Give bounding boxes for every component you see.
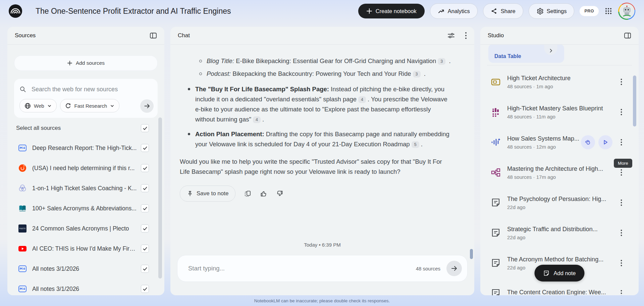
chat-input-bar: 48 sources [177,255,468,282]
studio-panel-header: Studio [480,27,639,45]
studio-item-menu-icon[interactable] [617,79,625,85]
note-icon [490,288,501,295]
citation-chip[interactable]: 4 [358,96,366,103]
google-apps-grid-icon[interactable] [604,7,613,15]
citation-chip[interactable]: 4 [253,116,261,123]
source-row[interactable]: 100+ Sales Acronyms & Abbreviations... [14,198,158,218]
citation-chip[interactable]: 3 [438,58,445,65]
avatar-robot-image [619,3,635,19]
source-row[interactable]: All notes 3/1/2026 [14,259,158,279]
plecto-icon: PLECTO [18,224,27,233]
source-checkbox[interactable] [141,285,149,293]
source-checkbox[interactable] [141,184,149,192]
citation-chip[interactable]: 5 [412,141,419,148]
add-sources-button[interactable]: Add sources [14,55,158,71]
studio-item-menu-icon[interactable] [617,230,625,236]
header-actions: Create notebook Analytics Share Settings [358,3,635,20]
interactive-mode-button[interactable] [581,135,595,149]
select-all-sources-row: Select all sources [14,123,158,133]
notebook-title[interactable]: The One-Sentence Profit Extractor and AI… [36,7,231,16]
analytics-trend-icon [438,8,444,14]
source-checkbox[interactable] [141,144,149,152]
chat-settings-sliders-icon[interactable] [447,32,455,39]
thumbs-down-icon[interactable] [276,190,283,197]
chat-input[interactable] [187,264,416,272]
studio-item[interactable]: High-Ticket Mastery Sales Blueprint 48 s… [480,97,639,127]
search-submit-button[interactable] [140,99,154,113]
select-all-checkbox[interactable] [141,124,149,132]
reddit-icon [18,164,27,172]
save-to-note-button[interactable]: Save to note [180,186,235,202]
studio-item[interactable]: The Psychology of Persuasion: Hig... 22d… [480,188,639,218]
play-button[interactable] [598,135,612,149]
source-checkbox[interactable] [141,164,149,172]
studio-scrollbar[interactable] [633,75,636,126]
report-chart-icon [490,107,501,117]
notebooklm-logo-icon[interactable] [9,4,22,18]
source-row[interactable]: All notes 3/1/2026 [14,279,158,295]
search-row [19,84,152,94]
note-icon [490,258,501,268]
analytics-button[interactable]: Analytics [430,3,478,19]
chat-more-menu-icon[interactable] [465,32,467,39]
chat-timestamp: Today • 6:39 PM [170,242,474,248]
studio-item-menu-icon[interactable] [617,199,625,206]
share-button[interactable]: Share [483,3,523,19]
research-mode-chip[interactable]: Fast Research [60,99,120,112]
list-item-action-plan: Action Plan Placement: Drafting the copy… [186,129,451,149]
source-row[interactable]: Deep Research Report: The High-Tick... [14,138,158,158]
studio-item-menu-icon[interactable] [617,260,625,266]
source-checkbox[interactable] [141,265,149,273]
solid-bullet [188,88,190,90]
pin-icon [187,191,193,197]
note-icon [490,227,501,238]
add-note-button[interactable]: Add note [534,265,584,282]
collapse-studio-panel-icon[interactable] [624,32,631,39]
create-notebook-button[interactable]: Create notebook [358,4,425,18]
website-venn-icon [18,184,27,193]
studio-item-audio-overview[interactable]: How Sales Systems Map... 48 sources · 12… [480,127,639,157]
web-filter-chip[interactable]: Web [19,99,57,112]
studio-item[interactable]: Strategic Traffic and Distribution... 22… [480,218,639,248]
chat-scrollbar[interactable] [470,249,473,259]
copy-icon[interactable] [244,190,251,197]
send-button[interactable] [446,261,462,276]
studio-item[interactable]: High Ticket Architecture 48 sources · 1m… [480,67,639,97]
source-row[interactable]: 1-on-1 High Ticket Sales Coaching - K... [14,178,158,198]
mind-map-icon [490,167,501,178]
studio-item-menu-icon[interactable] [617,109,625,115]
chat-message-area[interactable]: Blog Title: E-Bike Bikepacking: Essentia… [170,45,474,251]
source-checkbox[interactable] [141,224,149,233]
user-avatar[interactable] [618,3,635,20]
more-tooltip: More [614,159,632,168]
sources-scrollbar[interactable] [158,117,162,278]
studio-panel: Studio Data Table More High Ticket Archi… [480,27,639,295]
source-row[interactable]: AI CEO: THIS is How I'd Make My First ..… [14,239,158,259]
list-item-podcast: Podcast: Bikepacking the Backcountry: Po… [198,69,451,79]
hollow-bullet [199,72,202,75]
source-row[interactable]: PLECTO 24 Common Sales Acronyms | Plecto [14,218,158,239]
studio-item-menu-icon[interactable] [617,139,625,146]
sparkle-search-icon [65,103,71,109]
disclaimer-text: NotebookLM can be inaccurate; please dou… [0,298,644,303]
source-search-input[interactable] [31,86,152,93]
search-icon [19,86,26,93]
thumbs-up-icon[interactable] [260,190,267,197]
gear-icon [536,8,543,15]
source-checkbox[interactable] [141,204,149,212]
source-checkbox[interactable] [141,245,149,253]
settings-button[interactable]: Settings [529,3,575,19]
web-search-card: Web Fast Research [14,79,158,118]
note-icon [490,197,501,208]
source-row[interactable]: (USA) I need help determining if this r.… [14,158,158,178]
citation-chip[interactable]: 3 [413,71,421,78]
studio-item-menu-icon[interactable] [617,169,625,176]
sources-list: Deep Research Report: The High-Tick... (… [14,138,158,295]
markdown-doc-icon [18,144,27,152]
studio-item-menu-icon[interactable] [617,290,625,295]
plus-icon [366,8,372,14]
pro-badge: PRO [580,6,599,16]
collapse-sources-panel-icon[interactable] [150,32,157,39]
markdown-doc-icon [18,285,27,293]
plus-icon [67,60,72,66]
